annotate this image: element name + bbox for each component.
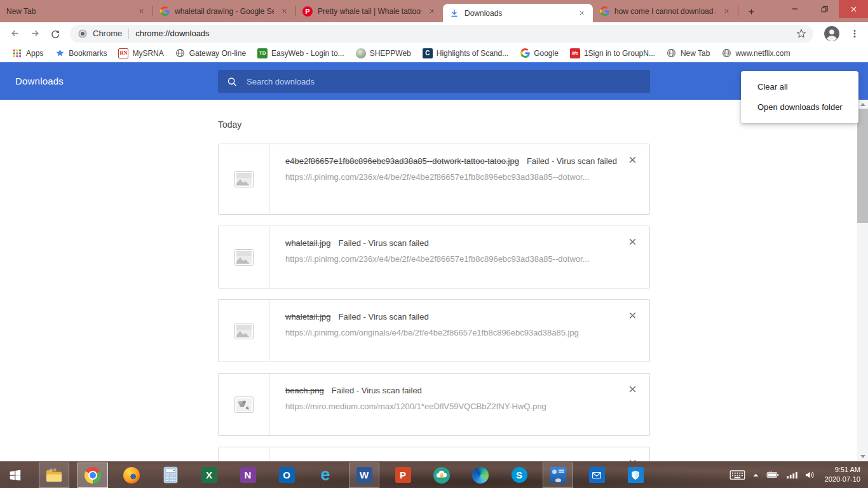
- download-filename[interactable]: beach.png: [285, 386, 324, 395]
- download-source-url: https://i.pinimg.com/236x/e4/be/2f/e4be2…: [285, 172, 621, 182]
- sheppweb-icon: [356, 48, 366, 58]
- new-tab-button[interactable]: [742, 3, 760, 20]
- bookmark-sheppweb[interactable]: SHEPPWeb: [350, 46, 417, 61]
- tab-close-icon[interactable]: [576, 8, 587, 18]
- url-text[interactable]: chrome://downloads: [135, 29, 793, 38]
- tab-close-icon[interactable]: [721, 6, 731, 17]
- bookmark-google[interactable]: Google: [514, 46, 564, 61]
- download-filename[interactable]: whaletail.jpg: [285, 238, 331, 248]
- taskbar-calculator[interactable]: [155, 463, 186, 488]
- scroll-up-arrow[interactable]: [857, 100, 868, 109]
- tab-close-icon[interactable]: [136, 6, 146, 17]
- tab-whaletail-drawing[interactable]: whaletail drawing - Google Sear: [153, 0, 295, 22]
- taskbar-edge[interactable]: [465, 463, 496, 488]
- minimize-button[interactable]: [780, 0, 810, 18]
- bookmarks-bar: Apps Bookmarks RNMySRNA Gateway On-line …: [0, 44, 868, 62]
- download-filename[interactable]: whaletail.jpg: [285, 312, 331, 322]
- google-favicon-icon: [159, 6, 170, 17]
- taskbar-outlook[interactable]: O: [271, 463, 302, 488]
- taskbar-windows-security[interactable]: [620, 463, 651, 488]
- touch-keyboard-icon[interactable]: [729, 470, 745, 480]
- taskbar-start-button[interactable]: [0, 463, 31, 488]
- taskbar-word[interactable]: W: [349, 463, 379, 488]
- browser-menu-button[interactable]: [846, 25, 863, 42]
- taskbar-skype[interactable]: S: [504, 463, 534, 488]
- bookmark-highlights[interactable]: CHighlights of Scand...: [417, 46, 514, 61]
- downloads-action-menu: Clear all Open downloads folder: [741, 71, 858, 123]
- taskbar-onenote[interactable]: N: [233, 463, 263, 488]
- bookmark-apps[interactable]: Apps: [6, 46, 49, 61]
- download-source-url: https://miro.medium.com/max/1200/1*eeDfl…: [285, 402, 621, 411]
- bookmark-new-tab[interactable]: New Tab: [661, 46, 715, 61]
- taskbar-chrome[interactable]: [78, 463, 108, 488]
- bookmark-bookmarks[interactable]: Bookmarks: [49, 46, 112, 61]
- bookmark-groupnet[interactable]: life1Sign in to GroupN...: [564, 46, 661, 61]
- system-tray: 9:51 AM 2020-07-10: [729, 461, 868, 488]
- downloads-search-box[interactable]: [218, 70, 650, 93]
- taskbar-system-tool[interactable]: [543, 463, 573, 488]
- back-button[interactable]: [5, 24, 24, 43]
- edge-icon: [472, 467, 489, 484]
- firefox-icon: [123, 467, 140, 484]
- tab-close-icon[interactable]: [426, 6, 437, 17]
- remove-download-button[interactable]: [628, 385, 637, 393]
- download-thumbnail: [219, 374, 269, 435]
- menu-item-open-folder[interactable]: Open downloads folder: [741, 97, 858, 118]
- restore-button[interactable]: [810, 0, 839, 18]
- download-filename[interactable]: e4be2f86657e1fb8c896ebc93ad38a85--dotwor…: [285, 156, 519, 166]
- bookmark-mysrna[interactable]: RNMySRNA: [112, 46, 169, 61]
- tab-close-icon[interactable]: [279, 6, 289, 17]
- download-item: whaletail.jpgFailed - Virus scan failed …: [218, 299, 650, 362]
- bookmark-label: Highlights of Scand...: [437, 49, 508, 58]
- taskbar-powerpoint[interactable]: P: [388, 463, 418, 488]
- bookmark-star-icon[interactable]: [793, 25, 810, 42]
- address-bar[interactable]: Chrome chrome://downloads: [70, 25, 813, 43]
- globe-icon: [721, 48, 731, 58]
- mail-icon: [589, 467, 605, 483]
- bookmark-netflix[interactable]: www.netflix.com: [715, 46, 796, 61]
- remove-download-button[interactable]: [628, 311, 637, 320]
- tab-new-tab[interactable]: New Tab: [0, 0, 153, 22]
- network-signal-icon[interactable]: [787, 471, 797, 478]
- system-tool-icon: [550, 467, 566, 483]
- tab-how-come-download[interactable]: how come I cannot download a: [593, 0, 738, 22]
- bookmark-gateway[interactable]: Gateway On-line: [170, 46, 252, 61]
- reload-button[interactable]: [46, 24, 65, 43]
- download-status: Failed - Virus scan failed: [332, 386, 422, 395]
- tab-pretty-whale-tail[interactable]: P Pretty whale tail | Whale tattoos: [296, 0, 443, 22]
- profile-avatar[interactable]: [824, 25, 840, 42]
- volume-icon[interactable]: [804, 471, 815, 479]
- battery-icon[interactable]: [766, 471, 780, 479]
- remove-download-button[interactable]: [628, 238, 637, 246]
- google-icon: [520, 48, 530, 58]
- taskbar-mail[interactable]: [581, 463, 612, 488]
- taskbar-file-explorer[interactable]: [39, 463, 69, 488]
- bookmark-easyweb[interactable]: TDEasyWeb - Login to...: [252, 46, 350, 61]
- close-window-button[interactable]: [839, 0, 868, 18]
- taskbar-firefox[interactable]: [116, 463, 147, 488]
- menu-item-clear-all[interactable]: Clear all: [741, 77, 858, 97]
- search-icon: [227, 76, 237, 86]
- forward-button[interactable]: [25, 24, 44, 43]
- omnibox-divider: [128, 29, 129, 39]
- clock-time: 9:51 AM: [825, 465, 860, 475]
- download-thumbnail: [219, 300, 269, 362]
- remove-download-button[interactable]: [628, 156, 637, 164]
- scroll-down-arrow[interactable]: [857, 452, 868, 461]
- onenote-icon: N: [240, 467, 256, 483]
- scrollbar-thumb[interactable]: [857, 109, 868, 223]
- taskbar-secure-cloud[interactable]: [426, 463, 457, 488]
- page-scrollbar[interactable]: [857, 100, 868, 461]
- hidden-icons-chevron[interactable]: [752, 473, 759, 477]
- taskbar-internet-explorer[interactable]: e: [310, 463, 341, 488]
- globe-icon: [667, 48, 677, 58]
- tab-downloads-active[interactable]: Downloads: [443, 4, 593, 22]
- download-status: Failed - Virus scan failed: [339, 312, 429, 322]
- taskbar-excel[interactable]: X: [194, 463, 224, 488]
- word-icon: W: [356, 467, 372, 483]
- taskbar-clock[interactable]: 9:51 AM 2020-07-10: [825, 465, 860, 484]
- bookmark-label: Google: [534, 49, 559, 58]
- site-label: Chrome: [93, 29, 122, 38]
- browser-toolbar: Chrome chrome://downloads: [0, 22, 868, 44]
- downloads-search-input[interactable]: [245, 76, 641, 87]
